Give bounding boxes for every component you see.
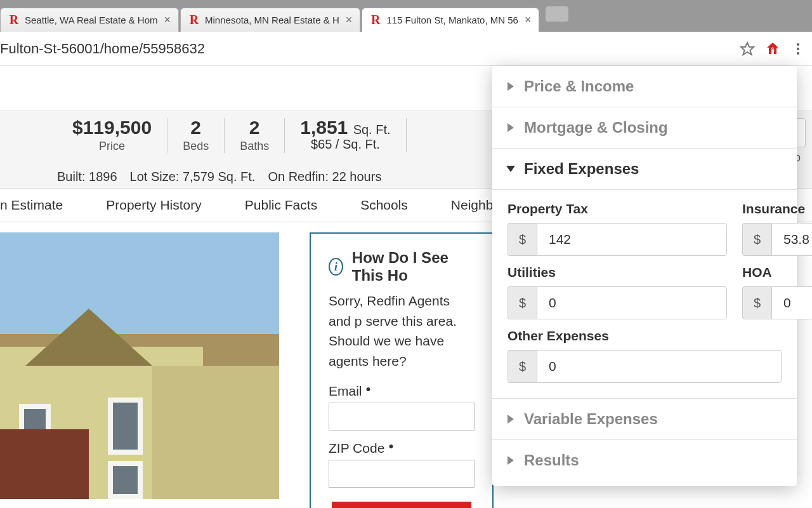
input-insurance[interactable]	[771, 223, 812, 256]
stat-beds: 2 Beds	[167, 118, 225, 153]
info-card-title: How Do I See This Ho	[352, 249, 475, 284]
dollar-prefix: $	[742, 286, 771, 319]
chevron-right-icon	[508, 415, 514, 424]
email-field[interactable]	[329, 403, 475, 431]
meta-lot: Lot Size: 7,579 Sq. Ft.	[130, 170, 256, 184]
extension-icon[interactable]: $	[764, 40, 782, 58]
section-price-income[interactable]: Price & Income	[492, 66, 797, 107]
property-photo[interactable]	[0, 232, 279, 499]
dollar-prefix: $	[508, 350, 537, 383]
section-fixed-expenses[interactable]: Fixed Expenses	[492, 149, 797, 190]
meta-built: Built: 1896	[57, 170, 117, 184]
dollar-prefix: $	[508, 286, 537, 319]
dollar-prefix: $	[742, 223, 771, 256]
chevron-right-icon	[508, 123, 514, 132]
svg-marker-0	[741, 43, 754, 55]
close-icon[interactable]: ×	[346, 13, 353, 27]
address-bar: Fulton-St-56001/home/55958632 $	[0, 32, 812, 66]
input-property-tax[interactable]	[537, 223, 727, 256]
input-other-expenses[interactable]	[537, 350, 782, 383]
site-icon: R	[370, 15, 381, 26]
zip-field[interactable]	[329, 460, 475, 488]
stat-price: $119,500 Price	[57, 118, 167, 153]
close-icon[interactable]: ×	[164, 13, 171, 27]
browser-tab-minnesota[interactable]: R Minnesota, MN Real Estate & H ×	[180, 8, 360, 32]
browser-menu-icon[interactable]	[789, 40, 807, 58]
bookmark-star-icon[interactable]	[738, 40, 756, 58]
dollar-prefix: $	[508, 223, 537, 256]
stat-baths: 2 Baths	[225, 118, 285, 153]
email-label: Email ●	[329, 384, 475, 399]
info-icon: i	[329, 258, 343, 276]
label-hoa: HOA	[742, 265, 812, 280]
info-card-text: Sorry, Redfin Agents and p serve this ar…	[329, 291, 475, 371]
chevron-right-icon	[508, 82, 514, 91]
fixed-expenses-body: Property Tax $ Insurance $ Utilities $	[492, 190, 797, 398]
tab-estimate[interactable]: n Estimate	[0, 197, 63, 213]
chevron-right-icon	[508, 456, 514, 465]
tab-title: Minnesota, MN Real Estate & H	[205, 15, 339, 25]
tab-title: Seattle, WA Real Estate & Hom	[25, 15, 158, 25]
extension-panel: Price & Income Mortgage & Closing Fixed …	[492, 66, 797, 486]
label-property-tax: Property Tax	[508, 201, 727, 217]
section-results[interactable]: Results	[492, 440, 797, 486]
section-variable-expenses[interactable]: Variable Expenses	[492, 398, 797, 440]
url-field[interactable]: Fulton-St-56001/home/55958632	[0, 41, 731, 57]
meta-onsite: On Redfin: 22 hours	[268, 170, 381, 184]
tab-schools[interactable]: Schools	[360, 197, 408, 213]
tab-property-history[interactable]: Property History	[106, 197, 202, 213]
browser-tab-strip: R Seattle, WA Real Estate & Hom × R Minn…	[0, 0, 812, 32]
svg-text:$: $	[771, 46, 774, 53]
input-utilities[interactable]	[537, 286, 727, 319]
label-utilities: Utilities	[508, 265, 727, 280]
label-other-expenses: Other Expenses	[508, 328, 782, 344]
label-insurance: Insurance	[742, 201, 812, 217]
browser-tab-fulton[interactable]: R 115 Fulton St, Mankato, MN 56 ×	[362, 8, 539, 32]
tab-public-facts[interactable]: Public Facts	[245, 197, 317, 213]
info-card: i How Do I See This Ho Sorry, Redfin Age…	[310, 232, 494, 508]
tab-title: 115 Fulton St, Mankato, MN 56	[386, 15, 518, 25]
submit-button[interactable]	[332, 502, 471, 508]
site-icon: R	[8, 15, 20, 26]
input-hoa[interactable]	[771, 286, 812, 319]
new-tab-button[interactable]	[546, 6, 568, 22]
stat-sqft: 1,851 Sq. Ft. $65 / Sq. Ft.	[285, 118, 406, 152]
zip-label: ZIP Code ●	[329, 441, 475, 456]
close-icon[interactable]: ×	[525, 13, 532, 27]
site-icon: R	[188, 15, 200, 26]
section-mortgage-closing[interactable]: Mortgage & Closing	[492, 107, 797, 149]
browser-tab-seattle[interactable]: R Seattle, WA Real Estate & Hom ×	[0, 8, 179, 32]
chevron-down-icon	[506, 166, 515, 172]
